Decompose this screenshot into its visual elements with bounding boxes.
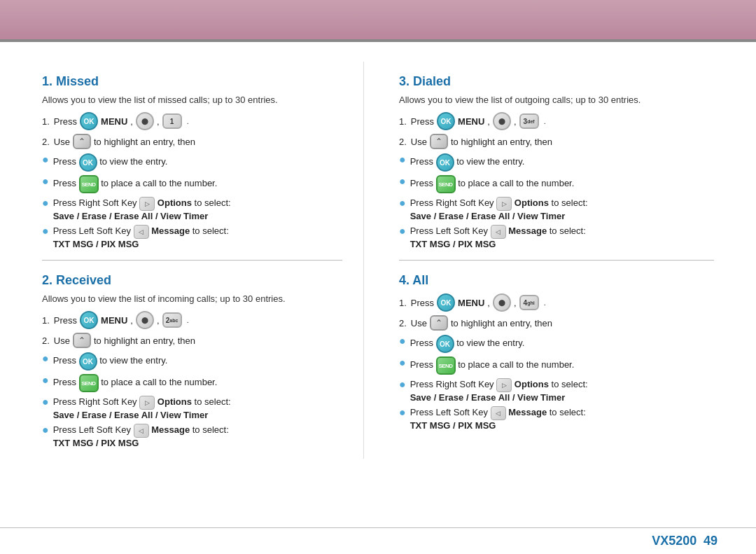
missed-step1: 1. Press OK MENU, ⬤, 1 . [42, 112, 342, 130]
dialed-bullet-1: ● Press OK to view the entry. [399, 153, 714, 172]
ok-btn-r: OK [79, 352, 97, 371]
missed-steps: 1. Press OK MENU, ⬤, 1 . 2. Use ⌃ to hig… [42, 112, 342, 149]
up-button: ⌃ [73, 134, 91, 149]
missed-bullets: ● Press OK to view the entry. ● Press SE… [42, 153, 342, 249]
received-desc: Allows you to view the list of incoming … [42, 293, 342, 304]
dialed-bullets: ● Press OK to view the entry. ● Press SE… [399, 153, 714, 249]
page-number: VX5200 49 [648, 534, 718, 548]
dialed-bullet-2: ● Press SEND to place a call to the numb… [399, 175, 714, 193]
missed-bullet-1: ● Press OK to view the entry. [42, 153, 342, 172]
lsk-btn-a: ◁ [491, 406, 506, 420]
missed-message: TXT MSG / PIX MSG [53, 239, 229, 249]
all-bullet-2: ● Press SEND to place a call to the numb… [399, 356, 714, 375]
rsk-btn-a: ▷ [496, 378, 512, 392]
rsk-btn: ▷ [139, 197, 155, 211]
left-column: 1. Missed Allows you to view the list of… [42, 62, 364, 459]
dialed-message: TXT MSG / PIX MSG [410, 239, 586, 249]
ok-btn-d: OK [436, 153, 454, 172]
key-1: 1 [162, 113, 182, 129]
model-label: VX5200 [652, 534, 696, 548]
missed-title: 1. Missed [42, 74, 342, 89]
dialed-bullet-3: ● Press Right Soft Key ▷ Options to sele… [399, 197, 714, 221]
all-step2: 2. Use ⌃ to highlight an entry, then [399, 315, 714, 331]
lsk-btn: ◁ [134, 225, 149, 239]
top-bar [0, 0, 756, 42]
ok-button: OK [80, 112, 98, 130]
up-button-a: ⌃ [430, 315, 448, 331]
missed-options: Save / Erase / Erase All / View Timer [53, 211, 231, 221]
missed-bullet-4: ● Press Left Soft Key ◁ Message to selec… [42, 225, 342, 249]
nav-button-d: ⬤ [493, 112, 511, 130]
right-column: 3. Dialed Allows you to view the list of… [392, 62, 714, 459]
all-title: 4. All [399, 273, 714, 288]
all-bullet-1: ● Press OK to view the entry. [399, 335, 714, 353]
ok-btn-a: OK [436, 335, 454, 353]
all-options: Save / Erase / Erase All / View Timer [410, 392, 588, 403]
up-button-d: ⌃ [430, 134, 448, 149]
missed-step2: 2. Use ⌃ to highlight an entry, then [42, 134, 342, 149]
dialed-title: 3. Dialed [399, 74, 714, 89]
received-step2: 2. Use ⌃ to highlight an entry, then [42, 333, 342, 348]
section-all: 4. All 1. Press OK MENU, ⬤, 4ghi . 2. Us… [399, 261, 714, 441]
key-3: 3def [519, 113, 539, 129]
send-btn-inline: SEND [79, 175, 99, 193]
dialed-steps: 1. Press OK MENU, ⬤, 3def . 2. Use ⌃ to … [399, 112, 714, 149]
received-message: TXT MSG / PIX MSG [53, 438, 229, 448]
all-bullet-4: ● Press Left Soft Key ◁ Message to selec… [399, 406, 714, 431]
page-content: 1. Missed Allows you to view the list of… [0, 42, 756, 473]
nav-button-r: ⬤ [136, 311, 154, 329]
ok-button-a: OK [437, 293, 455, 312]
all-bullets: ● Press OK to view the entry. ● Press SE… [399, 335, 714, 431]
missed-bullet-2: ● Press SEND to place a call to the numb… [42, 175, 342, 193]
all-step1: 1. Press OK MENU, ⬤, 4ghi . [399, 293, 714, 312]
missed-desc: Allows you to view the list of missed ca… [42, 95, 342, 105]
key-4: 4ghi [519, 295, 539, 310]
send-btn-a: SEND [436, 356, 456, 375]
received-title: 2. Received [42, 273, 342, 288]
received-bullet-2: ● Press SEND to place a call to the numb… [42, 374, 342, 392]
dialed-step1: 1. Press OK MENU, ⬤, 3def . [399, 112, 714, 130]
page-label: 49 [704, 534, 718, 548]
section-dialed: 3. Dialed Allows you to view the list of… [399, 62, 714, 260]
bottom-bar: VX5200 49 [0, 527, 756, 554]
ok-button-r: OK [80, 311, 98, 329]
section-missed: 1. Missed Allows you to view the list of… [42, 62, 342, 260]
dialed-options: Save / Erase / Erase All / View Timer [410, 211, 588, 221]
all-message: TXT MSG / PIX MSG [410, 420, 586, 431]
received-bullet-3: ● Press Right Soft Key ▷ Options to sele… [42, 396, 342, 420]
nav-button-a: ⬤ [493, 293, 511, 312]
received-steps: 1. Press OK MENU, ⬤, 2abc . 2. Use ⌃ to … [42, 311, 342, 348]
missed-bullet-3: ● Press Right Soft Key ▷ Options to sele… [42, 197, 342, 221]
lsk-btn-r: ◁ [134, 424, 149, 438]
received-bullet-1: ● Press OK to view the entry. [42, 352, 342, 371]
received-step1: 1. Press OK MENU, ⬤, 2abc . [42, 311, 342, 329]
dialed-desc: Allows you to view the list of outgoing … [399, 95, 714, 105]
send-btn-r: SEND [79, 374, 99, 392]
rsk-btn-r: ▷ [139, 396, 155, 410]
all-bullet-3: ● Press Right Soft Key ▷ Options to sele… [399, 378, 714, 403]
received-bullets: ● Press OK to view the entry. ● Press SE… [42, 352, 342, 448]
ok-button-d: OK [437, 112, 455, 130]
dialed-bullet-4: ● Press Left Soft Key ◁ Message to selec… [399, 225, 714, 249]
send-btn-d: SEND [436, 175, 456, 193]
all-steps: 1. Press OK MENU, ⬤, 4ghi . 2. Use ⌃ to … [399, 293, 714, 331]
section-received: 2. Received Allows you to view the list … [42, 261, 342, 459]
received-bullet-4: ● Press Left Soft Key ◁ Message to selec… [42, 424, 342, 448]
dialed-step2: 2. Use ⌃ to highlight an entry, then [399, 134, 714, 149]
nav-button: ⬤ [136, 112, 154, 130]
top-bar-accent [0, 39, 756, 42]
rsk-btn-d: ▷ [496, 197, 512, 211]
key-2: 2abc [162, 312, 182, 328]
ok-btn-inline: OK [79, 153, 97, 172]
received-options: Save / Erase / Erase All / View Timer [53, 410, 231, 420]
lsk-btn-d: ◁ [491, 225, 506, 239]
up-button-r: ⌃ [73, 333, 91, 348]
